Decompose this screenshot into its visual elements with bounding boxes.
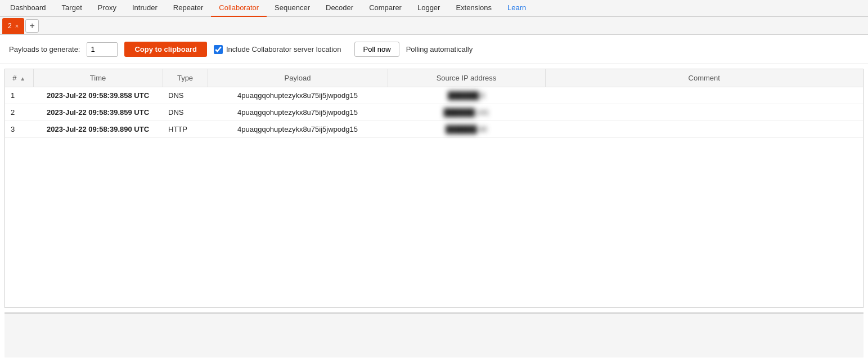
tab-2[interactable]: 2 ×	[2, 18, 24, 34]
nav-intruder[interactable]: Intruder	[124, 0, 165, 17]
nav-extensions[interactable]: Extensions	[448, 0, 500, 17]
sort-icon: ▲	[20, 75, 25, 82]
cell-comment	[545, 121, 863, 138]
cell-source-ip: ██████.6	[388, 87, 545, 104]
blurred-ip-value: ██████.141	[444, 108, 489, 117]
cell-source-ip: ██████.141	[388, 104, 545, 121]
nav-learn[interactable]: Learn	[500, 0, 534, 17]
col-header-num[interactable]: # ▲	[5, 69, 33, 87]
cell-type: HTTP	[163, 121, 208, 138]
nav-bar: Dashboard Target Proxy Intruder Repeater…	[0, 0, 868, 17]
include-location-checkbox[interactable]	[214, 45, 223, 54]
tab-add-button[interactable]: +	[25, 19, 39, 33]
blurred-ip-value: ██████.40	[446, 125, 487, 133]
col-header-payload[interactable]: Payload	[208, 69, 388, 87]
cell-num: 2	[5, 104, 33, 121]
cell-source-ip: ██████.40	[388, 121, 545, 138]
content-area: # ▲ Time Type Payload	[0, 64, 868, 362]
table-row[interactable]: 22023-Jul-22 09:58:39.859 UTCDNS4puaqgqo…	[5, 104, 863, 121]
polling-status: Polling automatically	[406, 45, 473, 53]
copy-to-clipboard-button[interactable]: Copy to clipboard	[124, 42, 207, 57]
blurred-ip-value: ██████.6	[448, 91, 485, 100]
nav-target[interactable]: Target	[54, 0, 90, 17]
cell-payload: 4puaqgqohuptezykx8u75ij5jwpodg15	[208, 87, 388, 104]
table-header-row: # ▲ Time Type Payload	[5, 69, 863, 87]
payloads-input[interactable]	[87, 42, 118, 57]
main-content: # ▲ Time Type Payload	[5, 69, 863, 308]
nav-decoder[interactable]: Decoder	[318, 0, 361, 17]
payloads-label: Payloads to generate:	[9, 45, 80, 53]
cell-num: 3	[5, 121, 33, 138]
col-header-comment[interactable]: Comment	[545, 69, 863, 87]
tab-number: 2	[8, 22, 12, 30]
nav-repeater[interactable]: Repeater	[165, 0, 211, 17]
cell-time: 2023-Jul-22 09:58:39.859 UTC	[33, 104, 163, 121]
cell-time: 2023-Jul-22 09:58:39.890 UTC	[33, 121, 163, 138]
cell-type: DNS	[163, 104, 208, 121]
table-container[interactable]: # ▲ Time Type Payload	[5, 69, 863, 307]
cell-time: 2023-Jul-22 09:58:39.858 UTC	[33, 87, 163, 104]
poll-now-button[interactable]: Poll now	[354, 42, 399, 57]
cell-payload: 4puaqgqohuptezykx8u75ij5jwpodg15	[208, 104, 388, 121]
include-location-area: Include Collaborator server location	[214, 45, 341, 54]
nav-collaborator[interactable]: Collaborator	[211, 0, 267, 17]
cell-num: 1	[5, 87, 33, 104]
col-header-source-ip[interactable]: Source IP address	[388, 69, 545, 87]
bottom-panel	[5, 312, 863, 357]
results-table: # ▲ Time Type Payload	[5, 69, 863, 138]
toolbar: Payloads to generate: Copy to clipboard …	[0, 35, 868, 64]
include-location-label: Include Collaborator server location	[226, 45, 341, 53]
cell-comment	[545, 104, 863, 121]
nav-dashboard[interactable]: Dashboard	[2, 0, 54, 17]
tab-close-icon[interactable]: ×	[15, 23, 19, 29]
table-row[interactable]: 32023-Jul-22 09:58:39.890 UTCHTTP4puaqgq…	[5, 121, 863, 138]
cell-type: DNS	[163, 87, 208, 104]
nav-logger[interactable]: Logger	[410, 0, 448, 17]
nav-sequencer[interactable]: Sequencer	[267, 0, 318, 17]
col-header-type[interactable]: Type	[163, 69, 208, 87]
cell-payload: 4puaqgqohuptezykx8u75ij5jwpodg15	[208, 121, 388, 138]
nav-comparer[interactable]: Comparer	[361, 0, 410, 17]
cell-comment	[545, 87, 863, 104]
nav-proxy[interactable]: Proxy	[90, 0, 124, 17]
col-header-time[interactable]: Time	[33, 69, 163, 87]
table-row[interactable]: 12023-Jul-22 09:58:39.858 UTCDNS4puaqgqo…	[5, 87, 863, 104]
tab-bar: 2 × +	[0, 17, 868, 35]
